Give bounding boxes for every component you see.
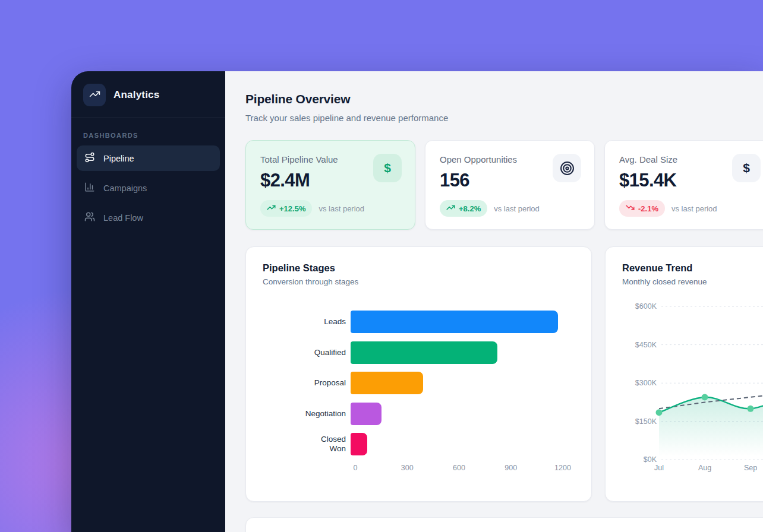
route-icon <box>84 152 95 164</box>
target-icon <box>553 154 581 182</box>
data-point-aug[interactable] <box>702 394 708 400</box>
trending-up-icon <box>446 203 455 214</box>
bar-category-label: Proposal <box>263 378 351 388</box>
dollar-icon: $ <box>732 154 761 182</box>
stats-row: Total Pipeline Value $2.4M $ +12.5% vs l… <box>245 140 763 230</box>
bar-row: Closed Won <box>263 433 575 455</box>
sidebar-item-lead-flow[interactable]: Lead Flow <box>77 205 220 230</box>
page-title: Pipeline Overview <box>245 92 763 106</box>
sidebar-item-pipeline[interactable]: Pipeline <box>77 145 220 171</box>
trending-down-icon <box>626 203 635 214</box>
stat-card-avg-deal-size: Avg. Deal Size $15.4K $ -2.1% vs last pe… <box>604 140 763 230</box>
main-content: Pipeline Overview Track your sales pipel… <box>225 71 763 532</box>
revenue-trend-line-chart: $600K$450K$300K$150K$0KJulAugSep <box>622 293 763 479</box>
sidebar-item-campaigns[interactable]: Campaigns <box>77 175 220 201</box>
change-badge: +8.2% <box>440 200 487 217</box>
bar-negotiation[interactable] <box>351 403 382 425</box>
x-tick-label: 1200 <box>554 464 571 472</box>
sidebar-item-label: Campaigns <box>103 183 147 193</box>
bar-row: Leads <box>263 311 575 333</box>
trending-up-icon <box>89 88 100 102</box>
compare-label: vs last period <box>494 204 540 213</box>
stat-card-total-pipeline-value: Total Pipeline Value $2.4M $ +12.5% vs l… <box>245 140 415 230</box>
bar-category-label: Qualified <box>263 348 351 357</box>
y-tick-label: $450K <box>635 341 657 349</box>
bar-category-label: Negotiation <box>263 409 351 419</box>
line-chart-svg: $600K$450K$300K$150K$0KJulAugSep <box>622 293 763 479</box>
bar-row: Negotiation <box>263 403 575 425</box>
bar-closed-won[interactable] <box>351 433 367 455</box>
stat-card-open-opportunities: Open Opportunities 156 +8.2% <box>425 140 595 230</box>
bar-proposal[interactable] <box>351 372 423 394</box>
data-point-sep[interactable] <box>748 406 754 412</box>
sidebar: Analytics DASHBOARDS Pipeline Campaigns <box>71 71 225 532</box>
bar-category-label: Leads <box>263 317 351 327</box>
y-tick-label: $150K <box>635 417 657 426</box>
y-tick-label: $300K <box>635 379 657 387</box>
trending-up-icon <box>267 203 276 214</box>
desktop-background: { "sidebar": { "title": "Analytics", "se… <box>0 0 763 532</box>
sidebar-item-label: Pipeline <box>103 154 134 163</box>
bar-x-axis: 03006009001200 <box>355 464 563 474</box>
x-tick-label: 900 <box>505 464 517 472</box>
pipeline-stages-bar-chart: LeadsQualifiedProposalNegotiationClosed … <box>263 311 575 474</box>
change-badge: +12.5% <box>260 200 312 217</box>
change-badge: -2.1% <box>619 200 665 217</box>
users-icon <box>84 211 95 224</box>
sidebar-header: Analytics <box>71 71 225 118</box>
bar-row: Proposal <box>263 372 575 394</box>
charts-row: Pipeline Stages Conversion through stage… <box>245 246 763 502</box>
data-point-jul[interactable] <box>656 409 663 416</box>
x-tick-label: 300 <box>401 464 414 472</box>
compare-label: vs last period <box>319 204 364 213</box>
bar-row: Qualified <box>263 341 575 364</box>
pipeline-stages-card: Pipeline Stages Conversion through stage… <box>245 246 592 502</box>
app-title: Analytics <box>113 89 159 101</box>
sidebar-item-label: Lead Flow <box>103 213 143 223</box>
x-tick-label: 600 <box>453 464 465 472</box>
chart-title: Revenue Trend <box>622 262 763 274</box>
bar-chart-icon <box>84 182 95 194</box>
compare-label: vs last period <box>671 204 717 213</box>
bottom-card-partial <box>245 517 763 532</box>
analytics-app-window: Analytics DASHBOARDS Pipeline Campaigns <box>71 71 763 532</box>
x-tick-label: 0 <box>354 464 358 472</box>
chart-subtitle: Conversion through stages <box>263 277 575 286</box>
bar-leads[interactable] <box>351 311 558 333</box>
bar-qualified[interactable] <box>351 341 497 364</box>
bar-category-label: Closed Won <box>263 435 351 453</box>
chart-title: Pipeline Stages <box>263 262 575 274</box>
sidebar-section-label: DASHBOARDS <box>83 132 213 139</box>
revenue-trend-card: Revenue Trend Monthly closed revenue $60… <box>605 246 763 502</box>
app-logo[interactable] <box>83 84 106 106</box>
x-tick-label: Jul <box>654 464 664 472</box>
y-tick-label: $0K <box>644 455 657 464</box>
chart-subtitle: Monthly closed revenue <box>622 277 763 286</box>
sidebar-nav: Pipeline Campaigns Lead Flow <box>71 145 225 235</box>
x-tick-label: Sep <box>744 464 757 472</box>
page-subtitle: Track your sales pipeline and revenue pe… <box>245 113 763 123</box>
dollar-icon: $ <box>373 154 402 182</box>
y-tick-label: $600K <box>635 302 657 311</box>
x-tick-label: Aug <box>698 464 711 472</box>
